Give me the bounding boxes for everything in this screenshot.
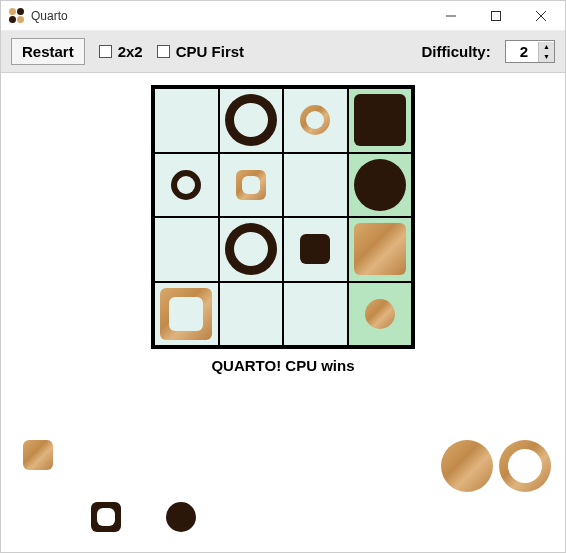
- window-title: Quarto: [31, 9, 428, 23]
- piece-small-circle-light-solid: [365, 299, 395, 329]
- svg-rect-1: [491, 11, 500, 20]
- reserve-piece-4[interactable]: [499, 440, 551, 492]
- difficulty-value: 2: [506, 41, 538, 62]
- piece-small-square-dark-hollow: [91, 502, 121, 532]
- restart-button[interactable]: Restart: [11, 38, 85, 65]
- piece-small-square-light-hollow: [236, 170, 266, 200]
- minimize-icon: [446, 11, 456, 21]
- content-area: QUARTO! CPU wins: [1, 73, 565, 552]
- board-cell-6[interactable]: [283, 153, 348, 218]
- board-cell-15[interactable]: [348, 282, 413, 347]
- chevron-down-icon[interactable]: ▼: [539, 52, 554, 62]
- piece-large-circle-dark-hollow: [225, 94, 277, 146]
- maximize-icon: [491, 11, 501, 21]
- checkbox-2x2-label: 2x2: [118, 43, 143, 60]
- piece-large-square-dark-solid: [354, 94, 406, 146]
- board-cell-7[interactable]: [348, 153, 413, 218]
- board-cell-13[interactable]: [219, 282, 284, 347]
- piece-small-circle-dark-solid: [166, 502, 196, 532]
- piece-small-circle-light-hollow: [300, 105, 330, 135]
- piece-large-circle-dark-solid: [354, 159, 406, 211]
- piece-small-circle-dark-hollow: [171, 170, 201, 200]
- reserve-piece-1[interactable]: [91, 502, 121, 532]
- board-cell-9[interactable]: [219, 217, 284, 282]
- board-cell-2[interactable]: [283, 88, 348, 153]
- board-cell-8[interactable]: [154, 217, 219, 282]
- app-icon: [9, 8, 25, 24]
- difficulty-arrows: ▲ ▼: [538, 42, 554, 62]
- toolbar: Restart 2x2 CPU First Difficulty: 2 ▲ ▼: [1, 31, 565, 73]
- board-cell-0[interactable]: [154, 88, 219, 153]
- reserve-piece-3[interactable]: [441, 440, 493, 492]
- close-icon: [536, 11, 546, 21]
- board-cell-1[interactable]: [219, 88, 284, 153]
- board-cell-11[interactable]: [348, 217, 413, 282]
- checkbox-2x2[interactable]: 2x2: [99, 43, 143, 60]
- checkbox-cpu-first[interactable]: CPU First: [157, 43, 244, 60]
- board-cell-10[interactable]: [283, 217, 348, 282]
- board-cell-4[interactable]: [154, 153, 219, 218]
- checkbox-2x2-box: [99, 45, 112, 58]
- piece-small-square-light-solid: [23, 440, 53, 470]
- difficulty-stepper[interactable]: 2 ▲ ▼: [505, 40, 555, 63]
- checkbox-cpu-first-label: CPU First: [176, 43, 244, 60]
- reserve-piece-2[interactable]: [166, 502, 196, 532]
- piece-small-square-dark-solid: [300, 234, 330, 264]
- game-board: [151, 85, 415, 349]
- piece-large-circle-light-solid: [441, 440, 493, 492]
- minimize-button[interactable]: [428, 2, 473, 30]
- board-cell-12[interactable]: [154, 282, 219, 347]
- status-message: QUARTO! CPU wins: [1, 357, 565, 374]
- board-cell-14[interactable]: [283, 282, 348, 347]
- maximize-button[interactable]: [473, 2, 518, 30]
- reserve-piece-0[interactable]: [23, 440, 53, 470]
- window-titlebar: Quarto: [1, 1, 565, 31]
- close-button[interactable]: [518, 2, 563, 30]
- chevron-up-icon[interactable]: ▲: [539, 42, 554, 52]
- board-cell-5[interactable]: [219, 153, 284, 218]
- reserve-area: [1, 422, 565, 552]
- piece-large-circle-dark-hollow: [225, 223, 277, 275]
- checkbox-cpu-first-box: [157, 45, 170, 58]
- difficulty-label: Difficulty:: [421, 43, 490, 60]
- piece-large-square-light-hollow: [160, 288, 212, 340]
- piece-large-circle-light-hollow: [499, 440, 551, 492]
- board-cell-3[interactable]: [348, 88, 413, 153]
- piece-large-square-light-solid: [354, 223, 406, 275]
